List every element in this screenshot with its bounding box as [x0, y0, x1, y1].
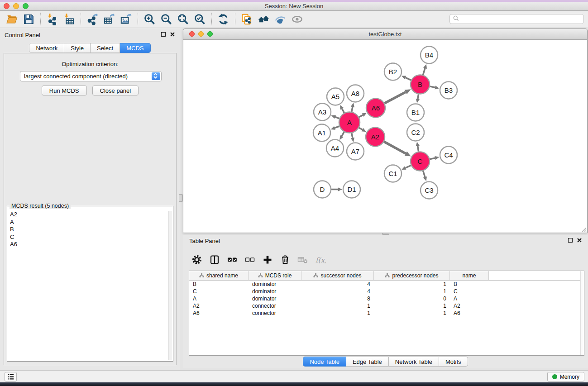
result-item[interactable]: B	[8, 226, 167, 234]
close-table-panel-icon[interactable]	[577, 238, 582, 243]
tab-mcds[interactable]: MCDS	[120, 43, 150, 53]
result-item[interactable]: A	[8, 219, 167, 226]
vertical-splitter-handle[interactable]	[179, 194, 183, 202]
result-item[interactable]: A6	[8, 241, 167, 248]
graph-node-B2[interactable]: B2	[384, 63, 402, 81]
graph-node-A4[interactable]: A4	[326, 140, 344, 157]
graph-edge[interactable]	[342, 109, 344, 113]
graph-edge[interactable]	[384, 92, 406, 103]
graph-edge[interactable]	[335, 126, 339, 128]
graph-edge[interactable]	[359, 128, 363, 129]
graph-node-B[interactable]: B	[411, 75, 430, 94]
table-scrollbar[interactable]	[580, 271, 584, 355]
close-panel-icon[interactable]	[170, 32, 175, 37]
graph-node-A5[interactable]: A5	[327, 88, 344, 105]
plus-button[interactable]	[262, 254, 273, 266]
tab-network-table[interactable]: Network Table	[389, 357, 439, 367]
graph-node-A3[interactable]: A3	[314, 104, 331, 121]
graph-node-D1[interactable]: D1	[343, 181, 360, 198]
houses-button[interactable]	[255, 12, 272, 27]
graph-node-A[interactable]: A	[339, 112, 360, 133]
graph-edge[interactable]	[418, 94, 419, 99]
graph-edge[interactable]	[335, 117, 339, 119]
graph-edge[interactable]	[352, 107, 353, 112]
graph-edge[interactable]	[342, 132, 344, 136]
export-image-button[interactable]	[118, 12, 134, 27]
criterion-dropdown[interactable]: largest connected component (directed)	[20, 71, 162, 81]
memory-button[interactable]: Memory	[547, 372, 584, 381]
network-window-titlebar[interactable]: testGlobe.txt	[183, 29, 587, 40]
import-network-button[interactable]	[44, 12, 61, 27]
zoom-network-window-button[interactable]	[207, 31, 213, 37]
graph-node-C[interactable]: C	[411, 152, 430, 171]
float-panel-icon[interactable]	[161, 32, 166, 37]
task-history-button[interactable]	[5, 372, 17, 381]
graph-node-D[interactable]: D	[314, 181, 331, 198]
tab-select[interactable]: Select	[91, 43, 120, 53]
graph-node-A6[interactable]: A6	[366, 99, 385, 118]
graph-edge[interactable]	[352, 133, 353, 138]
graph-node-A1[interactable]: A1	[313, 124, 330, 142]
table-row[interactable]: A6connector11A6	[189, 310, 584, 317]
export-table-button[interactable]	[101, 12, 118, 27]
result-scrollbar[interactable]	[168, 211, 172, 360]
network-graph[interactable]: AA1A2A3A4A5A6A7A8BB1B2B3B4CC1C2C3C4DD1	[183, 40, 587, 233]
graph-node-C3[interactable]: C3	[421, 182, 438, 199]
graph-edge[interactable]	[406, 166, 411, 168]
zoom-fit-button[interactable]	[175, 12, 191, 27]
graph-node-B4[interactable]: B4	[421, 47, 438, 64]
graph-node-B1[interactable]: B1	[407, 104, 424, 121]
column-header[interactable]: successor nodes	[301, 271, 374, 280]
zoom-selected-button[interactable]	[191, 12, 208, 27]
import-table-button[interactable]	[61, 12, 77, 27]
graph-edge[interactable]	[423, 68, 425, 75]
graph-edge[interactable]	[418, 146, 419, 152]
columns-button[interactable]	[209, 254, 220, 266]
refresh-button[interactable]	[215, 12, 232, 27]
run-mcds-button[interactable]: Run MCDS	[42, 86, 87, 95]
graph-edge[interactable]	[406, 77, 411, 80]
tab-style[interactable]: Style	[64, 43, 91, 53]
graph-node-A8[interactable]: A8	[347, 85, 364, 102]
graph-edge[interactable]	[430, 158, 435, 159]
graph-node-A7[interactable]: A7	[347, 143, 364, 160]
table-row[interactable]: Bdominator41B	[189, 281, 584, 288]
checked-boxes-button[interactable]	[226, 254, 238, 266]
eye-button[interactable]	[289, 12, 306, 27]
eye-paint-button[interactable]	[272, 12, 289, 27]
graph-node-B3[interactable]: B3	[440, 82, 457, 99]
column-header[interactable]: MCDS role	[249, 271, 301, 280]
zoom-in-button[interactable]	[141, 12, 158, 27]
column-header[interactable]: shared name	[189, 271, 249, 280]
result-item[interactable]: A2	[8, 211, 167, 219]
close-window-button[interactable]	[4, 3, 10, 9]
open-session-button[interactable]	[4, 12, 20, 27]
table-row[interactable]: Adominator80A	[189, 295, 584, 302]
minimize-network-window-button[interactable]	[198, 31, 204, 37]
export-network-button[interactable]	[84, 12, 101, 27]
column-header[interactable]: name	[450, 271, 489, 280]
zoom-out-button[interactable]	[158, 12, 175, 27]
tab-node-table[interactable]: Node Table	[303, 357, 346, 367]
graph-edge[interactable]	[384, 142, 406, 153]
tab-edge-table[interactable]: Edge Table	[346, 357, 389, 367]
copy-network-button[interactable]	[239, 12, 255, 27]
graph-node-C4[interactable]: C4	[440, 147, 457, 164]
float-table-panel-icon[interactable]	[568, 238, 573, 243]
search-input[interactable]	[459, 15, 583, 23]
gear-button[interactable]	[191, 254, 203, 266]
graph-edge[interactable]	[359, 115, 363, 117]
table-row[interactable]: A2connector11A2	[189, 302, 584, 310]
zoom-window-button[interactable]	[23, 3, 29, 9]
close-network-window-button[interactable]	[189, 31, 195, 37]
network-canvas[interactable]: AA1A2A3A4A5A6A7A8BB1B2B3B4CC1C2C3C4DD1	[183, 40, 587, 233]
tab-network[interactable]: Network	[29, 43, 64, 53]
graph-node-C1[interactable]: C1	[384, 165, 402, 182]
table-row[interactable]: Cdominator41C	[189, 288, 584, 295]
save-session-button[interactable]	[20, 12, 37, 27]
tab-motifs[interactable]: Motifs	[439, 357, 468, 367]
app-titlebar[interactable]: Session: New Session	[0, 2, 588, 11]
result-item[interactable]: C	[8, 234, 167, 241]
graph-node-A2[interactable]: A2	[366, 128, 385, 147]
resize-grip-icon[interactable]	[581, 226, 587, 232]
